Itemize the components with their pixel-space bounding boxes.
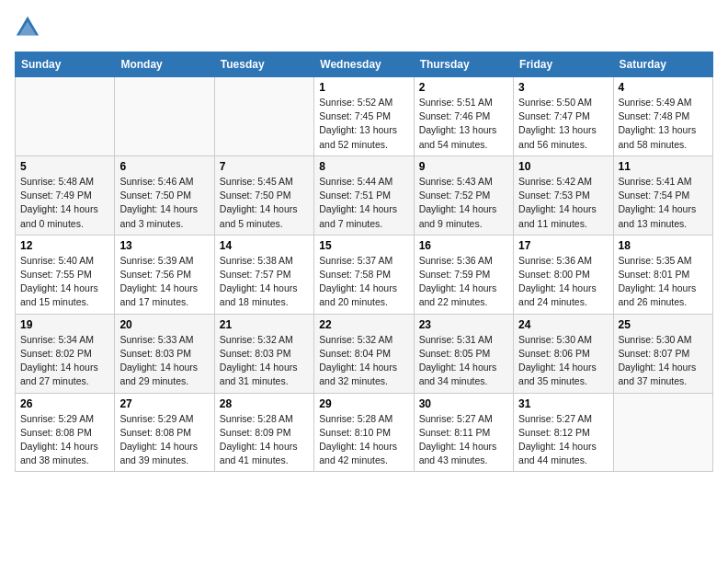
- day-info: Sunrise: 5:48 AMSunset: 7:49 PMDaylight:…: [20, 175, 109, 231]
- day-number: 18: [619, 239, 708, 252]
- day-info: Sunrise: 5:39 AMSunset: 7:56 PMDaylight:…: [119, 254, 209, 310]
- day-number: 22: [319, 318, 408, 331]
- day-number: 25: [619, 318, 708, 331]
- calendar-cell: 22Sunrise: 5:32 AMSunset: 8:04 PMDayligh…: [314, 314, 414, 393]
- calendar-cell: 25Sunrise: 5:30 AMSunset: 8:07 PMDayligh…: [613, 314, 712, 393]
- day-number: 20: [119, 318, 209, 331]
- calendar-cell: 9Sunrise: 5:43 AMSunset: 7:52 PMDaylight…: [414, 155, 513, 235]
- calendar-cell: 21Sunrise: 5:32 AMSunset: 8:03 PMDayligh…: [214, 314, 313, 393]
- calendar: SundayMondayTuesdayWednesdayThursdayFrid…: [15, 52, 713, 472]
- day-info: Sunrise: 5:29 AMSunset: 8:08 PMDaylight:…: [20, 412, 109, 468]
- weekday-header-sunday: Sunday: [16, 52, 115, 77]
- day-number: 31: [518, 397, 608, 410]
- weekday-header-wednesday: Wednesday: [314, 52, 414, 77]
- calendar-cell: 5Sunrise: 5:48 AMSunset: 7:49 PMDaylight…: [16, 155, 115, 235]
- day-number: 13: [119, 239, 209, 252]
- day-info: Sunrise: 5:38 AMSunset: 7:57 PMDaylight:…: [220, 254, 309, 310]
- calendar-cell: 31Sunrise: 5:27 AMSunset: 8:12 PMDayligh…: [514, 393, 613, 472]
- weekday-header-row: SundayMondayTuesdayWednesdayThursdayFrid…: [16, 52, 713, 77]
- day-info: Sunrise: 5:45 AMSunset: 7:50 PMDaylight:…: [220, 175, 309, 231]
- calendar-cell: 11Sunrise: 5:41 AMSunset: 7:54 PMDayligh…: [613, 155, 712, 235]
- day-number: 2: [419, 81, 508, 94]
- calendar-cell: 6Sunrise: 5:46 AMSunset: 7:50 PMDaylight…: [115, 155, 214, 235]
- calendar-cell: [613, 393, 712, 472]
- calendar-cell: 16Sunrise: 5:36 AMSunset: 7:59 PMDayligh…: [414, 235, 513, 314]
- day-number: 8: [319, 160, 408, 173]
- day-number: 7: [220, 160, 309, 173]
- day-info: Sunrise: 5:32 AMSunset: 8:03 PMDaylight:…: [220, 333, 309, 389]
- day-info: Sunrise: 5:36 AMSunset: 7:59 PMDaylight:…: [419, 254, 508, 310]
- day-info: Sunrise: 5:28 AMSunset: 8:10 PMDaylight:…: [319, 412, 408, 468]
- day-number: 30: [419, 397, 508, 410]
- day-info: Sunrise: 5:33 AMSunset: 8:03 PMDaylight:…: [119, 333, 209, 389]
- day-info: Sunrise: 5:42 AMSunset: 7:53 PMDaylight:…: [518, 175, 608, 231]
- calendar-cell: 27Sunrise: 5:29 AMSunset: 8:08 PMDayligh…: [115, 393, 214, 472]
- weekday-header-tuesday: Tuesday: [214, 52, 313, 77]
- calendar-cell: 8Sunrise: 5:44 AMSunset: 7:51 PMDaylight…: [314, 155, 414, 235]
- day-info: Sunrise: 5:36 AMSunset: 8:00 PMDaylight:…: [518, 254, 608, 310]
- day-number: 10: [518, 160, 608, 173]
- calendar-cell: 29Sunrise: 5:28 AMSunset: 8:10 PMDayligh…: [314, 393, 414, 472]
- day-number: 6: [119, 160, 209, 173]
- day-info: Sunrise: 5:51 AMSunset: 7:46 PMDaylight:…: [419, 96, 508, 152]
- day-info: Sunrise: 5:34 AMSunset: 8:02 PMDaylight:…: [20, 333, 109, 389]
- day-info: Sunrise: 5:52 AMSunset: 7:45 PMDaylight:…: [319, 96, 408, 152]
- day-number: 11: [619, 160, 708, 173]
- day-info: Sunrise: 5:41 AMSunset: 7:54 PMDaylight:…: [619, 175, 708, 231]
- day-number: 16: [419, 239, 508, 252]
- day-number: 5: [20, 160, 109, 173]
- calendar-row-2: 12Sunrise: 5:40 AMSunset: 7:55 PMDayligh…: [16, 235, 713, 314]
- calendar-cell: 23Sunrise: 5:31 AMSunset: 8:05 PMDayligh…: [414, 314, 513, 393]
- day-info: Sunrise: 5:27 AMSunset: 8:12 PMDaylight:…: [518, 412, 608, 468]
- calendar-row-1: 5Sunrise: 5:48 AMSunset: 7:49 PMDaylight…: [16, 155, 713, 235]
- calendar-cell: 20Sunrise: 5:33 AMSunset: 8:03 PMDayligh…: [115, 314, 214, 393]
- logo-icon: [15, 15, 40, 40]
- calendar-row-4: 26Sunrise: 5:29 AMSunset: 8:08 PMDayligh…: [16, 393, 713, 472]
- day-number: 29: [319, 397, 408, 410]
- calendar-cell: 28Sunrise: 5:28 AMSunset: 8:09 PMDayligh…: [214, 393, 313, 472]
- day-number: 21: [220, 318, 309, 331]
- calendar-cell: 15Sunrise: 5:37 AMSunset: 7:58 PMDayligh…: [314, 235, 414, 314]
- calendar-cell: 30Sunrise: 5:27 AMSunset: 8:11 PMDayligh…: [414, 393, 513, 472]
- calendar-cell: 13Sunrise: 5:39 AMSunset: 7:56 PMDayligh…: [115, 235, 214, 314]
- calendar-cell: 1Sunrise: 5:52 AMSunset: 7:45 PMDaylight…: [314, 77, 414, 156]
- calendar-cell: 18Sunrise: 5:35 AMSunset: 8:01 PMDayligh…: [613, 235, 712, 314]
- day-number: 9: [419, 160, 508, 173]
- calendar-cell: 17Sunrise: 5:36 AMSunset: 8:00 PMDayligh…: [514, 235, 613, 314]
- calendar-cell: 3Sunrise: 5:50 AMSunset: 7:47 PMDaylight…: [514, 77, 613, 156]
- calendar-cell: [115, 77, 214, 156]
- day-info: Sunrise: 5:50 AMSunset: 7:47 PMDaylight:…: [518, 96, 608, 152]
- day-info: Sunrise: 5:27 AMSunset: 8:11 PMDaylight:…: [419, 412, 508, 468]
- day-number: 4: [619, 81, 708, 94]
- calendar-row-0: 1Sunrise: 5:52 AMSunset: 7:45 PMDaylight…: [16, 77, 713, 156]
- weekday-header-friday: Friday: [514, 52, 613, 77]
- day-info: Sunrise: 5:31 AMSunset: 8:05 PMDaylight:…: [419, 333, 508, 389]
- day-number: 26: [20, 397, 109, 410]
- weekday-header-thursday: Thursday: [414, 52, 513, 77]
- day-number: 19: [20, 318, 109, 331]
- calendar-cell: 7Sunrise: 5:45 AMSunset: 7:50 PMDaylight…: [214, 155, 313, 235]
- day-number: 17: [518, 239, 608, 252]
- day-number: 3: [518, 81, 608, 94]
- calendar-row-3: 19Sunrise: 5:34 AMSunset: 8:02 PMDayligh…: [16, 314, 713, 393]
- calendar-cell: 19Sunrise: 5:34 AMSunset: 8:02 PMDayligh…: [16, 314, 115, 393]
- day-info: Sunrise: 5:29 AMSunset: 8:08 PMDaylight:…: [119, 412, 209, 468]
- day-number: 1: [319, 81, 408, 94]
- weekday-header-saturday: Saturday: [613, 52, 712, 77]
- calendar-cell: 4Sunrise: 5:49 AMSunset: 7:48 PMDaylight…: [613, 77, 712, 156]
- calendar-cell: 2Sunrise: 5:51 AMSunset: 7:46 PMDaylight…: [414, 77, 513, 156]
- day-info: Sunrise: 5:46 AMSunset: 7:50 PMDaylight:…: [119, 175, 209, 231]
- header: [15, 15, 713, 40]
- day-info: Sunrise: 5:30 AMSunset: 8:06 PMDaylight:…: [518, 333, 608, 389]
- calendar-cell: 12Sunrise: 5:40 AMSunset: 7:55 PMDayligh…: [16, 235, 115, 314]
- calendar-cell: 24Sunrise: 5:30 AMSunset: 8:06 PMDayligh…: [514, 314, 613, 393]
- day-number: 14: [220, 239, 309, 252]
- day-number: 15: [319, 239, 408, 252]
- day-number: 12: [20, 239, 109, 252]
- day-number: 27: [119, 397, 209, 410]
- day-info: Sunrise: 5:30 AMSunset: 8:07 PMDaylight:…: [619, 333, 708, 389]
- logo: [15, 15, 44, 40]
- day-info: Sunrise: 5:32 AMSunset: 8:04 PMDaylight:…: [319, 333, 408, 389]
- day-info: Sunrise: 5:35 AMSunset: 8:01 PMDaylight:…: [619, 254, 708, 310]
- day-info: Sunrise: 5:49 AMSunset: 7:48 PMDaylight:…: [619, 96, 708, 152]
